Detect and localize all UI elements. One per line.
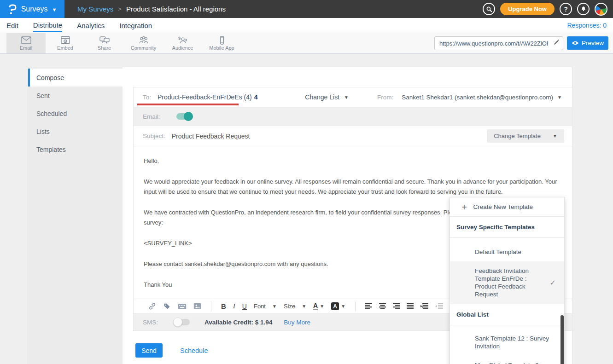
help-button[interactable]: ? — [560, 3, 572, 15]
background-color-button[interactable]: A ▼ — [331, 302, 345, 310]
email-icon — [21, 36, 32, 45]
menu-item-feedback-invitation[interactable]: Feedback Invitation Template EnFrDe : Pr… — [450, 261, 564, 304]
survey-url-input[interactable] — [435, 40, 550, 47]
outdent-button[interactable] — [435, 303, 443, 309]
menu-scrollbar[interactable] — [560, 315, 564, 364]
schedule-link[interactable]: Schedule — [180, 347, 208, 354]
body-paragraph: Hello, — [144, 156, 568, 166]
sidebar-item-lists[interactable]: Lists — [28, 122, 123, 140]
align-right-icon — [393, 303, 400, 309]
change-template-dropdown[interactable]: Change Template ▼ — [487, 129, 564, 143]
channel-community[interactable]: Community — [124, 33, 163, 53]
subject-row: Subject: Product Feedback Request Change… — [134, 126, 572, 146]
send-button[interactable]: Send — [135, 343, 163, 358]
create-new-template-label: Create New Template — [473, 203, 533, 210]
pencil-icon — [553, 39, 560, 46]
channel-label: Share — [98, 45, 111, 51]
font-size-dropdown[interactable]: Size ▼ — [284, 303, 306, 310]
product-switcher[interactable]: Surveys ▼ — [0, 0, 64, 18]
sidebar-item-sent[interactable]: Sent — [28, 87, 123, 104]
menu-header-global-list: Global List — [450, 304, 564, 325]
menu-item-sank-template[interactable]: Sank Template 12 : Survey Invitation — [450, 325, 564, 356]
channel-label: Embed — [57, 45, 73, 51]
channel-share[interactable]: Share — [85, 33, 124, 53]
menu-header-survey-specific: Survey Specific Templates — [450, 217, 564, 237]
channel-label: Audience — [172, 45, 193, 51]
bell-icon — [580, 6, 587, 12]
sms-toggle[interactable] — [174, 319, 190, 325]
image-icon — [193, 303, 201, 310]
channel-label: Email — [20, 45, 33, 51]
audience-icon: $ — [177, 36, 188, 45]
toggle-knob — [173, 318, 182, 327]
embed-icon — [60, 36, 71, 45]
channel-email[interactable]: Email — [6, 33, 46, 53]
indent-button[interactable] — [420, 303, 428, 309]
topbar-actions: Upgrade Now ? — [483, 3, 613, 16]
email-sidebar: Compose Sent Scheduled Lists Templates — [28, 67, 123, 364]
chevron-down-icon: ▼ — [320, 304, 324, 309]
check-icon: ✓ — [550, 279, 556, 287]
outdent-icon — [435, 303, 443, 309]
toggle-knob — [184, 112, 193, 121]
distribute-channelbar: Email Embed Share Community $ Audience M… — [0, 33, 613, 54]
bg-color-label: A — [331, 302, 339, 310]
edit-url-button[interactable] — [550, 39, 563, 47]
search-button[interactable] — [483, 3, 495, 15]
merge-tag-button[interactable] — [163, 302, 171, 310]
subject-value[interactable]: Product Feedback Request — [172, 133, 250, 140]
bold-button[interactable]: B — [221, 302, 226, 310]
tab-analytics[interactable]: Analytics — [77, 19, 105, 31]
align-justify-icon — [407, 303, 414, 309]
search-icon — [486, 6, 492, 12]
align-left-button[interactable] — [365, 303, 372, 309]
font-family-dropdown[interactable]: Font ▼ — [254, 303, 277, 310]
from-sender-dropdown[interactable]: Sanket1 Shekdar1 (sanket.shekdar@questio… — [402, 94, 562, 101]
tab-distribute[interactable]: Distribute — [33, 19, 62, 32]
tab-edit[interactable]: Edit — [6, 19, 18, 31]
sidebar-item-scheduled[interactable]: Scheduled — [28, 104, 123, 122]
email-toggle[interactable] — [176, 113, 192, 120]
notifications-button[interactable] — [577, 3, 590, 15]
underline-button[interactable]: U — [242, 303, 247, 310]
breadcrumb-separator: > — [118, 6, 122, 12]
to-label: To: — [143, 94, 151, 101]
insert-link-button[interactable] — [148, 302, 156, 310]
text-color-button[interactable]: A ▼ — [313, 303, 324, 310]
chevron-down-icon: ▼ — [302, 304, 306, 309]
chevron-down-icon: ▼ — [344, 95, 349, 100]
email-toggle-label: Email: — [143, 113, 160, 120]
tab-integration[interactable]: Integration — [119, 19, 152, 31]
to-list-name[interactable]: Product-Feedback-EnFrDeEs (4) — [158, 93, 252, 101]
breadcrumb-my-surveys[interactable]: My Surveys — [77, 5, 113, 13]
upgrade-now-button[interactable]: Upgrade Now — [500, 3, 555, 15]
italic-button[interactable]: I — [233, 302, 235, 310]
insert-image-button[interactable] — [193, 303, 201, 310]
share-icon — [99, 36, 110, 45]
sidebar-item-templates[interactable]: Templates — [28, 140, 123, 158]
buy-more-link[interactable]: Buy More — [284, 319, 310, 326]
body-paragraph: We would appreciate your feedback in our… — [144, 177, 568, 197]
create-new-template-item[interactable]: + Create New Template — [450, 197, 564, 216]
avatar[interactable] — [595, 3, 607, 16]
channel-audience[interactable]: $ Audience — [163, 33, 202, 53]
align-justify-button[interactable] — [407, 303, 414, 309]
keyboard-icon — [178, 303, 187, 310]
channel-mobile-app[interactable]: Mobile App — [202, 33, 241, 53]
from-label: From: — [377, 94, 393, 101]
send-row: Send Schedule — [135, 343, 208, 358]
sms-toggle-label: SMS: — [143, 319, 158, 326]
chevron-down-icon: ▼ — [553, 133, 557, 139]
keyboard-button[interactable] — [178, 303, 187, 310]
sidebar-item-compose[interactable]: Compose — [28, 69, 123, 87]
align-right-button[interactable] — [393, 303, 400, 309]
menu-item-default-template[interactable]: Default Template — [450, 238, 564, 261]
from-sender-value: Sanket1 Shekdar1 (sanket.shekdar@questio… — [402, 94, 553, 101]
change-list-dropdown[interactable]: Change List ▼ — [305, 93, 349, 101]
toolbar-divider — [355, 301, 356, 312]
channel-embed[interactable]: Embed — [46, 33, 85, 53]
preview-button[interactable]: Preview — [567, 36, 608, 50]
channel-label: Mobile App — [209, 45, 234, 51]
align-center-button[interactable] — [379, 303, 386, 309]
menu-item-map-global-template[interactable]: Map Global Template 2 : Survey Invitatio… — [450, 356, 564, 364]
